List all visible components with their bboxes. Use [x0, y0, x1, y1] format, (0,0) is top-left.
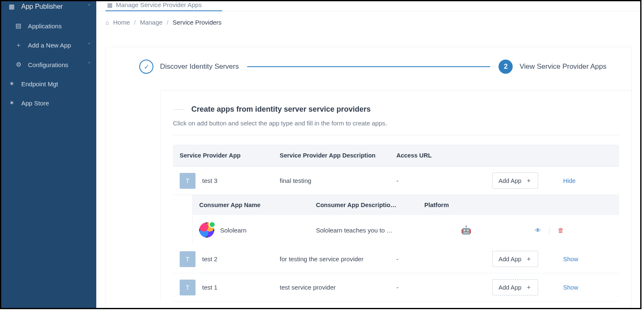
sp-table: Service Provider App Service Provider Ap… — [173, 145, 619, 195]
col-consumer-name: Consumer App Name — [199, 202, 316, 208]
sidebar-item-label: Add a New App — [28, 42, 71, 49]
android-icon: 🤖 — [424, 225, 508, 235]
consumer-sub-table: Consumer App Name Consumer App Descripti… — [192, 195, 619, 245]
tab-underline — [105, 10, 222, 11]
col-platform: Platform — [424, 202, 508, 208]
table-row: T test 1 test service provider - Add App… — [173, 273, 619, 302]
add-app-label: Add App — [499, 256, 521, 262]
endpoint-icon: ✶ — [7, 80, 16, 88]
toggle-show-link[interactable]: Show — [563, 284, 596, 291]
add-app-button[interactable]: Add App ＋ — [492, 279, 538, 295]
tab-manage-sp-apps[interactable]: ▦ Manage Service Provider Apps — [105, 1, 203, 11]
top-tabs: ▦ Manage Service Provider Apps — [96, 1, 640, 11]
sp-table-cont: T test 2 for testing the service provide… — [173, 245, 619, 302]
col-access-url: Access URL — [396, 152, 492, 159]
content-card: ✓ Discover Identity Servers 2 View Servi… — [105, 47, 632, 308]
breadcrumb-home[interactable]: Home — [113, 19, 130, 26]
apps-icon: ▤ — [14, 22, 23, 30]
store-icon: ✶ — [7, 99, 16, 107]
table-header: Service Provider App Service Provider Ap… — [173, 145, 619, 167]
chevron-up-icon: ˄ — [88, 4, 90, 10]
sidebar: ▦ App Publisher ˄ ▤ Applications ＋ Add a… — [1, 1, 96, 308]
chevron-down-icon: ˅ — [88, 42, 90, 48]
step-view-sp-apps[interactable]: 2 View Service Provider Apps — [499, 60, 606, 74]
sidebar-item-add-new-app[interactable]: ＋ Add a New App ˅ — [1, 35, 96, 55]
row-actions: 👁 | 🗑 — [508, 227, 591, 234]
sidebar-item-label: Configurations — [28, 61, 68, 68]
table-row: T test 3 final testing - Add App ＋ Hide — [173, 167, 619, 195]
col-sp-desc: Service Provider App Description — [280, 152, 396, 159]
nested-row: Sololearn Sololearn teaches you to … 🤖 👁… — [193, 215, 619, 245]
action-separator: | — [549, 227, 550, 234]
sidebar-item-label: Endpoint Mgt — [21, 80, 58, 88]
add-app-label: Add App — [499, 284, 521, 291]
sp-url: - — [396, 284, 492, 291]
sidebar-item-label: Applications — [28, 22, 62, 30]
main-area: ▦ Manage Service Provider Apps ⌂ Home / … — [96, 1, 640, 308]
step-number: 2 — [499, 60, 513, 74]
add-app-button[interactable]: Add App ＋ — [492, 251, 538, 267]
stepper: ✓ Discover Identity Servers 2 View Servi… — [106, 60, 631, 74]
sp-desc: for testing the service provider — [280, 255, 396, 262]
tab-label: Manage Service Provider Apps — [116, 1, 202, 8]
plus-icon: ＋ — [14, 41, 23, 49]
chevron-down-icon: ˅ — [88, 62, 90, 68]
col-consumer-desc: Consumer App Descriptio… — [316, 202, 424, 208]
view-icon[interactable]: 👁 — [535, 227, 541, 234]
home-icon: ⌂ — [105, 19, 109, 26]
sololearn-icon — [199, 222, 214, 238]
breadcrumb-sep: / — [167, 19, 168, 26]
check-icon: ✓ — [139, 60, 153, 74]
panel-subtext: Click on add button and select the app t… — [160, 120, 631, 135]
sp-badge: T — [180, 173, 195, 189]
inner-panel: Create apps from identity server service… — [160, 90, 631, 302]
sp-badge: T — [180, 251, 195, 267]
sidebar-item-endpoint-mgt[interactable]: ✶ Endpoint Mgt — [1, 74, 96, 93]
nested-header: Consumer App Name Consumer App Descripti… — [193, 195, 619, 215]
consumer-name: Sololearn — [220, 227, 246, 234]
toggle-hide-link[interactable]: Hide — [563, 178, 596, 184]
grid-icon: ▦ — [7, 3, 16, 10]
grid-small-icon: ▦ — [107, 2, 113, 8]
toggle-show-link[interactable]: Show — [563, 256, 596, 262]
sidebar-header-label: App Publisher — [21, 3, 63, 10]
step-discover[interactable]: ✓ Discover Identity Servers — [139, 60, 239, 74]
sp-desc: test service provider — [280, 284, 396, 291]
sp-name: test 2 — [202, 255, 218, 262]
delete-icon[interactable]: 🗑 — [558, 227, 564, 234]
add-app-button[interactable]: Add App ＋ — [492, 172, 538, 189]
plus-icon: ＋ — [526, 255, 532, 263]
sidebar-item-configurations[interactable]: ⚙ Configurations ˅ — [1, 55, 96, 74]
breadcrumb-current: Service Providers — [173, 19, 222, 26]
add-app-label: Add App — [499, 178, 521, 184]
stepper-connector — [247, 66, 491, 67]
breadcrumb-manage[interactable]: Manage — [140, 19, 163, 26]
plus-icon: ＋ — [526, 283, 532, 291]
step-label: Discover Identity Servers — [160, 62, 239, 71]
breadcrumb-sep: / — [134, 19, 135, 26]
sp-url: - — [396, 177, 492, 184]
heading-dash — [173, 109, 185, 110]
sidebar-header-app-publisher[interactable]: ▦ App Publisher ˄ — [1, 1, 96, 16]
sp-name: test 1 — [202, 284, 218, 291]
table-row: T test 2 for testing the service provide… — [173, 245, 619, 273]
divider — [173, 135, 619, 135]
sidebar-item-applications[interactable]: ▤ Applications — [1, 16, 96, 35]
step-label: View Service Provider Apps — [519, 62, 606, 71]
panel-heading: Create apps from identity server service… — [191, 105, 371, 114]
sliders-icon: ⚙ — [14, 61, 23, 68]
sp-name: test 3 — [202, 177, 218, 184]
consumer-desc: Sololearn teaches you to … — [316, 227, 424, 234]
breadcrumb: ⌂ Home / Manage / Service Providers — [96, 11, 640, 28]
sp-badge: T — [180, 280, 195, 295]
col-sp-app: Service Provider App — [180, 152, 280, 159]
sp-url: - — [396, 255, 492, 262]
sp-desc: final testing — [280, 177, 396, 184]
plus-icon: ＋ — [526, 177, 532, 185]
sidebar-item-app-store[interactable]: ✶ App Store — [1, 93, 96, 112]
sidebar-item-label: App Store — [21, 100, 49, 107]
